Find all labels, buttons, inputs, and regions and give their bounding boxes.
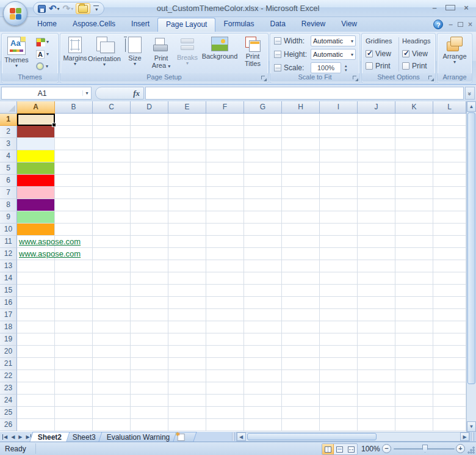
cell-J26[interactable] <box>358 419 395 431</box>
group-label-sheet-options[interactable]: Sheet Options <box>362 73 435 82</box>
cell-C20[interactable] <box>93 346 131 358</box>
row-header-1[interactable]: 1 <box>0 114 17 126</box>
cell-L10[interactable] <box>433 224 466 236</box>
row-header-8[interactable]: 8 <box>0 199 17 211</box>
scroll-left-button[interactable]: ◀ <box>237 432 246 441</box>
row-header-20[interactable]: 20 <box>0 346 17 358</box>
cell-D9[interactable] <box>131 211 168 224</box>
cell-B15[interactable] <box>55 285 93 297</box>
cell-A26[interactable] <box>17 419 55 431</box>
cell-C8[interactable] <box>93 199 131 211</box>
cell-F1[interactable] <box>206 114 244 126</box>
cell-E21[interactable] <box>168 358 206 370</box>
background-button[interactable]: Background <box>201 35 239 75</box>
cell-B26[interactable] <box>55 419 93 431</box>
cell-J13[interactable] <box>358 260 395 272</box>
sheet-options-dialog-launcher[interactable] <box>428 75 434 81</box>
scroll-up-button[interactable]: ▲ <box>467 101 476 112</box>
cell-G17[interactable] <box>244 309 282 321</box>
cell-J7[interactable] <box>358 187 395 199</box>
name-box-dropdown-icon[interactable]: ▾ <box>82 90 91 96</box>
cell-H16[interactable] <box>282 297 320 309</box>
cell-A10[interactable] <box>17 224 55 236</box>
cell-J5[interactable] <box>358 162 395 175</box>
cell-G9[interactable] <box>244 211 282 224</box>
cell-G19[interactable] <box>244 333 282 346</box>
cell-I8[interactable] <box>320 199 358 211</box>
zoom-slider-thumb[interactable] <box>422 445 428 453</box>
insert-worksheet-button[interactable] <box>173 432 197 442</box>
cell-K25[interactable] <box>395 407 433 419</box>
cell-B25[interactable] <box>55 407 93 419</box>
cell-I6[interactable] <box>320 175 358 187</box>
cell-K10[interactable] <box>395 224 433 236</box>
cell-F17[interactable] <box>206 309 244 321</box>
cell-H8[interactable] <box>282 199 320 211</box>
cell-K2[interactable] <box>395 126 433 138</box>
cell-L20[interactable] <box>433 346 466 358</box>
cell-H13[interactable] <box>282 260 320 272</box>
row-header-9[interactable]: 9 <box>0 211 17 224</box>
cell-L13[interactable] <box>433 260 466 272</box>
cell-E19[interactable] <box>168 333 206 346</box>
cell-I3[interactable] <box>320 138 358 150</box>
cell-I22[interactable] <box>320 370 358 382</box>
cell-F9[interactable] <box>206 211 244 224</box>
cell-I20[interactable] <box>320 346 358 358</box>
cell-K20[interactable] <box>395 346 433 358</box>
cell-C26[interactable] <box>93 419 131 431</box>
cell-H23[interactable] <box>282 382 320 395</box>
cell-C1[interactable] <box>93 114 131 126</box>
cell-F20[interactable] <box>206 346 244 358</box>
cell-F19[interactable] <box>206 333 244 346</box>
cell-H17[interactable] <box>282 309 320 321</box>
cell-B20[interactable] <box>55 346 93 358</box>
cell-A22[interactable] <box>17 370 55 382</box>
cell-J18[interactable] <box>358 321 395 333</box>
cell-H25[interactable] <box>282 407 320 419</box>
cell-J16[interactable] <box>358 297 395 309</box>
cell-J23[interactable] <box>358 382 395 395</box>
cell-C23[interactable] <box>93 382 131 395</box>
cell-D6[interactable] <box>131 175 168 187</box>
row-header-25[interactable]: 25 <box>0 407 17 419</box>
cell-G11[interactable] <box>244 236 282 248</box>
page-break-view-button[interactable] <box>345 444 357 454</box>
cell-B10[interactable] <box>55 224 93 236</box>
cell-H18[interactable] <box>282 321 320 333</box>
tab-page-layout[interactable]: Page Layout <box>157 18 215 32</box>
row-header-6[interactable]: 6 <box>0 175 17 187</box>
print-area-button[interactable]: PrintArea ▾ <box>148 35 174 75</box>
cell-L12[interactable] <box>433 248 466 260</box>
cell-C10[interactable] <box>93 224 131 236</box>
cell-G12[interactable] <box>244 248 282 260</box>
margins-button[interactable]: Margins ▾ <box>62 35 88 75</box>
cell-G21[interactable] <box>244 358 282 370</box>
cell-E2[interactable] <box>168 126 206 138</box>
cell-A23[interactable] <box>17 382 55 395</box>
cell-F22[interactable] <box>206 370 244 382</box>
cell-F6[interactable] <box>206 175 244 187</box>
cell-C15[interactable] <box>93 285 131 297</box>
cell-J19[interactable] <box>358 333 395 346</box>
cell-I9[interactable] <box>320 211 358 224</box>
cell-C4[interactable] <box>93 150 131 162</box>
row-header-5[interactable]: 5 <box>0 162 17 175</box>
cell-F14[interactable] <box>206 272 244 285</box>
cell-B21[interactable] <box>55 358 93 370</box>
cell-A15[interactable] <box>17 285 55 297</box>
horizontal-scrollbar[interactable]: ◀ ▶ <box>236 432 470 442</box>
cell-L9[interactable] <box>433 211 466 224</box>
expand-formula-bar-button[interactable]: » <box>465 87 475 100</box>
cell-A20[interactable] <box>17 346 55 358</box>
cell-F15[interactable] <box>206 285 244 297</box>
cell-C21[interactable] <box>93 358 131 370</box>
cell-E9[interactable] <box>168 211 206 224</box>
cell-I5[interactable] <box>320 162 358 175</box>
theme-fonts-button[interactable]: A▾ <box>35 49 50 59</box>
column-header-F[interactable]: F <box>206 101 244 114</box>
cell-D19[interactable] <box>131 333 168 346</box>
print-titles-button[interactable]: PrintTitles <box>240 35 265 75</box>
height-dropdown[interactable]: Automatic▾ <box>311 49 356 60</box>
maximize-button[interactable] <box>445 3 455 12</box>
